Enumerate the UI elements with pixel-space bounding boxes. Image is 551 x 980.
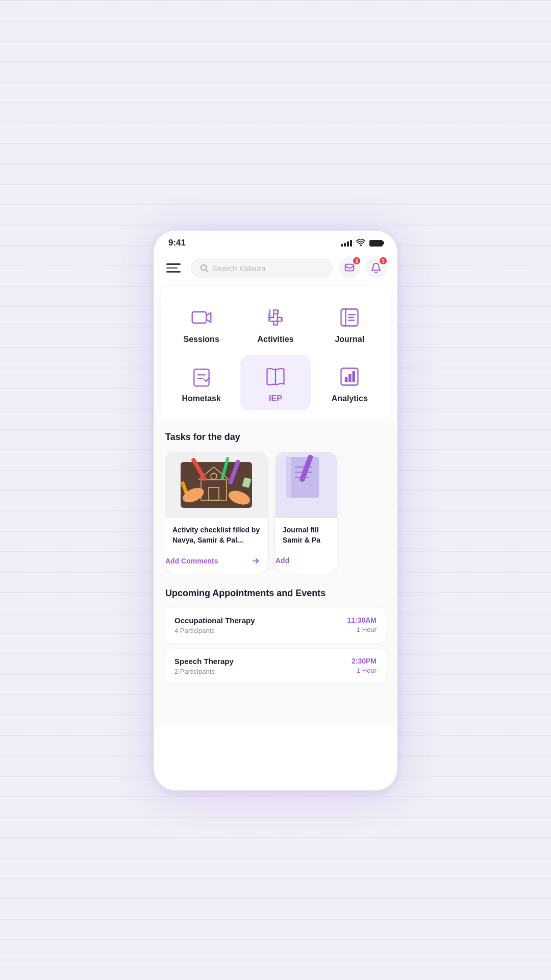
analytics-icon (337, 364, 362, 389)
appt-2-participants: 2 Participants (174, 668, 234, 675)
grid-item-iep[interactable]: IEP (240, 355, 310, 410)
svg-point-0 (360, 244, 361, 246)
status-icons (341, 239, 383, 248)
appt-1-time: 11:30AM (347, 616, 377, 624)
svg-rect-9 (345, 377, 348, 382)
journal-icon (337, 305, 362, 330)
appt-2-duration: 1 Hour (352, 667, 377, 674)
wifi-icon (356, 239, 365, 248)
nav-icons: 3 3 (339, 257, 387, 279)
tasks-title: Tasks for the day (165, 432, 386, 443)
appointment-2[interactable]: Speech Therapy 2 Participants 2:30PM 1 H… (165, 649, 386, 683)
grid-item-hometask[interactable]: Hometask (166, 355, 236, 410)
status-time: 9:41 (168, 238, 186, 248)
task-card-1-text: Activity checklist filled by Navya, Sami… (172, 525, 260, 545)
grid-item-activities[interactable]: Activities (240, 296, 310, 351)
messages-badge: 3 (352, 256, 361, 265)
appt-2-right: 2:30PM 1 Hour (352, 657, 377, 674)
battery-icon (369, 240, 383, 247)
appt-2-left: Speech Therapy 2 Participants (174, 657, 234, 675)
journal-label: Journal (335, 335, 364, 344)
iep-label: IEP (269, 394, 282, 403)
task-card-1-image (165, 452, 267, 518)
puzzle-icon (263, 305, 288, 330)
appt-1-duration: 1 Hour (347, 626, 377, 633)
appt-1-participants: 4 Participants (174, 627, 255, 634)
appointments-title: Upcoming Appointments and Events (165, 588, 386, 599)
search-bar[interactable]: Search Kidaura (191, 258, 333, 278)
svg-line-2 (206, 270, 208, 272)
svg-rect-6 (194, 369, 209, 386)
task-card-2-action[interactable]: Add (276, 551, 337, 572)
main-content: Tasks for the day (154, 421, 397, 727)
sessions-label: Sessions (184, 335, 219, 344)
phone-frame: 9:41 Search Ki (153, 230, 398, 791)
search-icon (199, 263, 209, 273)
messages-button[interactable]: 3 (339, 257, 360, 279)
book-open-icon (263, 364, 288, 389)
grid-menu: Sessions Activities (161, 286, 390, 421)
svg-rect-11 (353, 371, 356, 382)
tasks-section: Tasks for the day (165, 432, 386, 573)
task-card-2-text: Journal fill Samir & Pa (283, 525, 332, 545)
task-card-1[interactable]: Activity checklist filled by Navya, Sami… (165, 452, 267, 573)
task-card-1-action-label: Add Comments (165, 557, 218, 565)
task-card-2-image (276, 452, 337, 518)
tasks-row: Activity checklist filled by Navya, Sami… (165, 452, 386, 573)
hometask-icon (189, 364, 214, 389)
activities-label: Activities (257, 335, 293, 344)
grid-item-sessions[interactable]: Sessions (166, 296, 236, 351)
signal-icon (341, 239, 352, 247)
notifications-badge: 3 (379, 256, 388, 265)
hometask-label: Hometask (182, 394, 220, 403)
task-card-2[interactable]: Journal fill Samir & Pa Add (276, 452, 337, 573)
appt-2-time: 2:30PM (352, 657, 377, 665)
appt-1-right: 11:30AM 1 Hour (347, 616, 377, 633)
appointment-1[interactable]: Occupational Therapy 4 Participants 11:3… (165, 608, 386, 643)
top-nav: Search Kidaura 3 3 (154, 252, 397, 286)
svg-rect-10 (348, 374, 352, 383)
notifications-button[interactable]: 3 (365, 257, 387, 279)
analytics-label: Analytics (332, 394, 368, 403)
svg-rect-4 (192, 312, 206, 323)
appointments-section: Upcoming Appointments and Events Occupat… (165, 588, 386, 705)
task-card-2-action-label: Add (276, 556, 289, 565)
appt-2-name: Speech Therapy (174, 657, 234, 666)
task-card-1-action[interactable]: Add Comments (165, 551, 267, 573)
menu-button[interactable] (164, 258, 185, 278)
status-bar: 9:41 (154, 231, 397, 252)
svg-rect-3 (345, 264, 354, 271)
grid-item-analytics[interactable]: Analytics (315, 355, 385, 410)
task-card-1-body: Activity checklist filled by Navya, Sami… (165, 518, 267, 545)
appt-1-name: Occupational Therapy (174, 616, 255, 625)
video-icon (189, 305, 214, 330)
task-card-2-body: Journal fill Samir & Pa (276, 518, 337, 545)
search-placeholder: Search Kidaura (213, 264, 265, 273)
grid-item-journal[interactable]: Journal (315, 296, 385, 351)
appt-1-left: Occupational Therapy 4 Participants (174, 616, 255, 634)
